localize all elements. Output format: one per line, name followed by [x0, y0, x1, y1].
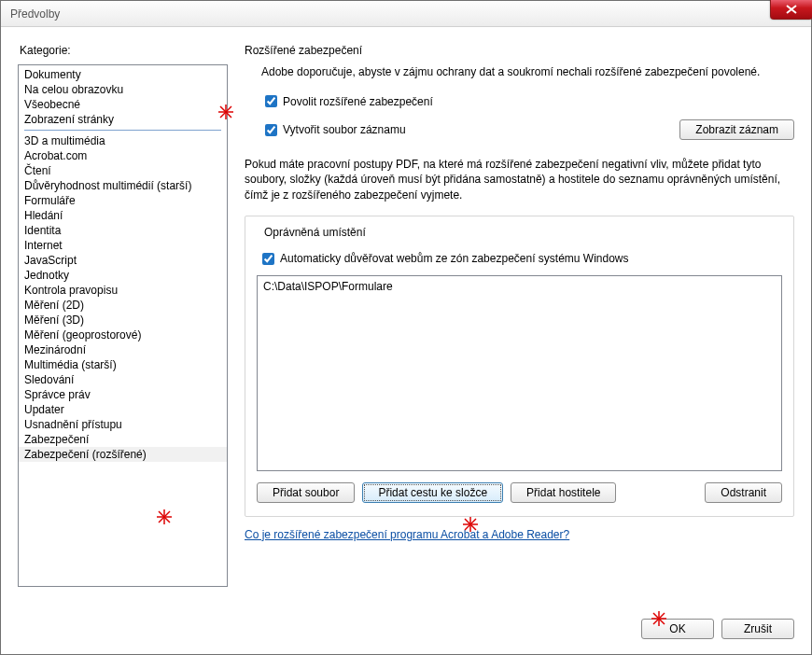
category-item[interactable]: Mezinárodní: [19, 342, 227, 357]
enable-enhanced-security-label: Povolit rozšířené zabezpečení: [283, 95, 433, 108]
category-item[interactable]: 3D a multimédia: [19, 133, 227, 148]
window-close-button[interactable]: [770, 0, 812, 20]
category-item[interactable]: Updater: [19, 402, 227, 417]
create-log-row[interactable]: Vytvořit soubor záznamu: [261, 121, 406, 139]
category-separator: [24, 130, 221, 131]
category-item[interactable]: Správce práv: [19, 387, 227, 402]
privileged-intro-text: Pokud máte pracovní postupy PDF, na kter…: [245, 157, 794, 202]
section-intro: Adobe doporučuje, abyste v zájmu ochrany…: [261, 64, 794, 79]
create-log-label: Vytvořit soubor záznamu: [283, 123, 406, 136]
show-log-button[interactable]: Zobrazit záznam: [679, 119, 794, 140]
category-item[interactable]: Zobrazení stránky: [19, 112, 227, 127]
category-item[interactable]: Jednotky: [19, 268, 227, 283]
category-item[interactable]: Hledání: [19, 208, 227, 223]
privileged-location-item[interactable]: C:\Data\ISPOP\Formulare: [263, 280, 776, 293]
category-item[interactable]: Všeobecné: [19, 97, 227, 112]
privileged-locations-legend: Oprávněná umístění: [260, 226, 370, 239]
category-item[interactable]: Důvěryhodnost multimédií (starší): [19, 178, 227, 193]
add-folder-button[interactable]: Přidat cestu ke složce: [362, 482, 503, 503]
category-item[interactable]: JavaScript: [19, 253, 227, 268]
window-title: Předvolby: [10, 7, 60, 21]
category-item[interactable]: Čtení: [19, 163, 227, 178]
privileged-locations-listbox[interactable]: C:\Data\ISPOP\Formulare: [257, 275, 782, 471]
add-host-button[interactable]: Přidat hostitele: [511, 482, 616, 503]
add-file-button[interactable]: Přidat soubor: [257, 482, 355, 503]
ok-button[interactable]: OK: [641, 619, 714, 639]
category-list[interactable]: DokumentyNa celou obrazovkuVšeobecnéZobr…: [18, 64, 228, 587]
enable-enhanced-security-row[interactable]: Povolit rozšířené zabezpečení: [261, 92, 794, 110]
close-icon: [786, 5, 797, 14]
category-item[interactable]: Sledování: [19, 372, 227, 387]
help-link[interactable]: Co je rozšířené zabezpečení programu Acr…: [245, 528, 569, 541]
section-title: Rozšířené zabezpečení: [245, 44, 794, 57]
trust-windows-zones-row[interactable]: Automaticky důvěřovat webům ze zón zabez…: [259, 250, 782, 268]
category-item[interactable]: Multimédia (starší): [19, 357, 227, 372]
category-item[interactable]: Kontrola pravopisu: [19, 283, 227, 298]
create-log-checkbox[interactable]: [265, 124, 277, 136]
enable-enhanced-security-checkbox[interactable]: [265, 95, 277, 107]
category-item[interactable]: Identita: [19, 223, 227, 238]
cancel-button[interactable]: Zrušit: [721, 619, 794, 639]
privileged-locations-group: Oprávněná umístění Automaticky důvěřovat…: [245, 216, 794, 517]
trust-windows-zones-label: Automaticky důvěřovat webům ze zón zabez…: [280, 252, 629, 265]
category-item[interactable]: Zabezpečení: [19, 432, 227, 447]
category-item[interactable]: Acrobat.com: [19, 148, 227, 163]
category-item[interactable]: Měření (3D): [19, 313, 227, 328]
remove-button[interactable]: Odstranit: [705, 482, 782, 503]
category-heading: Kategorie:: [20, 44, 228, 57]
category-item[interactable]: Zabezpečení (rozšířené): [19, 447, 227, 462]
category-item[interactable]: Měření (geoprostorové): [19, 328, 227, 342]
category-item[interactable]: Na celou obrazovku: [19, 82, 227, 97]
category-item[interactable]: Usnadnění přístupu: [19, 417, 227, 432]
preferences-window: Předvolby Kategorie: DokumentyNa celou o…: [0, 0, 812, 655]
category-item[interactable]: Měření (2D): [19, 298, 227, 313]
category-item[interactable]: Internet: [19, 238, 227, 253]
category-item[interactable]: Formuláře: [19, 193, 227, 208]
titlebar: Předvolby: [1, 1, 811, 27]
category-item[interactable]: Dokumenty: [19, 67, 227, 82]
trust-windows-zones-checkbox[interactable]: [262, 253, 274, 265]
